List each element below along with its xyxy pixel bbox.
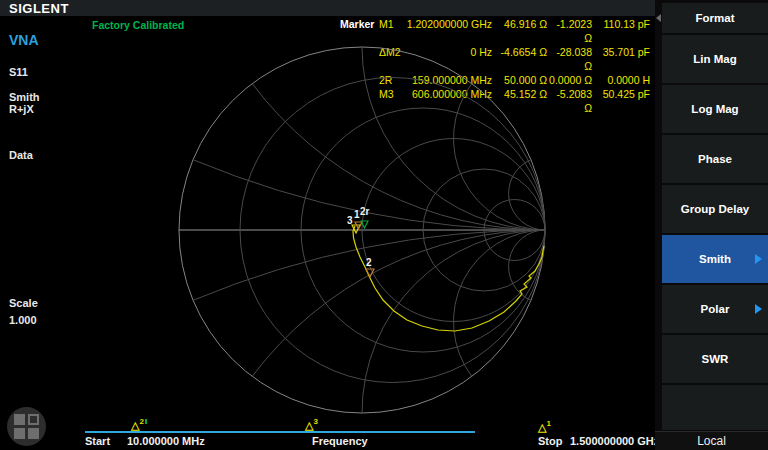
stop-label: Stop [538,435,562,447]
local-button[interactable]: Local [655,431,768,450]
apps-menu-icon[interactable] [7,407,46,446]
softkey-swr[interactable]: SWR [662,335,768,383]
softkey-log-mag[interactable]: Log Mag [662,85,768,133]
chart-marker-label: 2 [366,257,372,268]
softkey-smith[interactable]: Smith [662,235,768,283]
ref-tick [145,419,147,424]
vna-screen: SIGLENT Factory Calibrated VNA S11 Smith… [0,0,768,450]
start-value[interactable]: 10.000000 MHz [127,435,205,447]
delta-marker-1[interactable]: △1 [538,419,551,432]
submenu-arrow-icon [755,254,762,264]
axis-label: Frequency [312,435,368,447]
delta-marker-3[interactable]: △3 [305,417,318,430]
smith-grid [179,47,545,413]
back-arrow-icon [656,14,661,22]
softkey-group-delay[interactable]: Group Delay [662,185,768,233]
chart-marker-label: 2r [360,206,370,217]
stop-value[interactable]: 1.500000000 GHz [570,435,659,447]
smith-chart[interactable]: 312r2 [0,0,768,450]
delta-marker-2[interactable]: △2 [131,417,147,430]
s11-trace [353,226,544,331]
start-label: Start [85,435,110,447]
chart-markers[interactable]: 312r2 [347,206,374,277]
softkey-sidebar: Format Lin Mag Log Mag Phase Group Delay… [655,0,768,450]
frequency-axis-line [85,431,475,433]
softkey-empty[interactable] [662,385,768,430]
softkey-polar[interactable]: Polar [662,285,768,333]
softkey-lin-mag[interactable]: Lin Mag [662,35,768,83]
softkey-phase[interactable]: Phase [662,135,768,183]
menu-header-format[interactable]: Format [662,3,768,33]
chart-marker-label: 3 [347,215,353,226]
submenu-arrow-icon [755,304,762,314]
